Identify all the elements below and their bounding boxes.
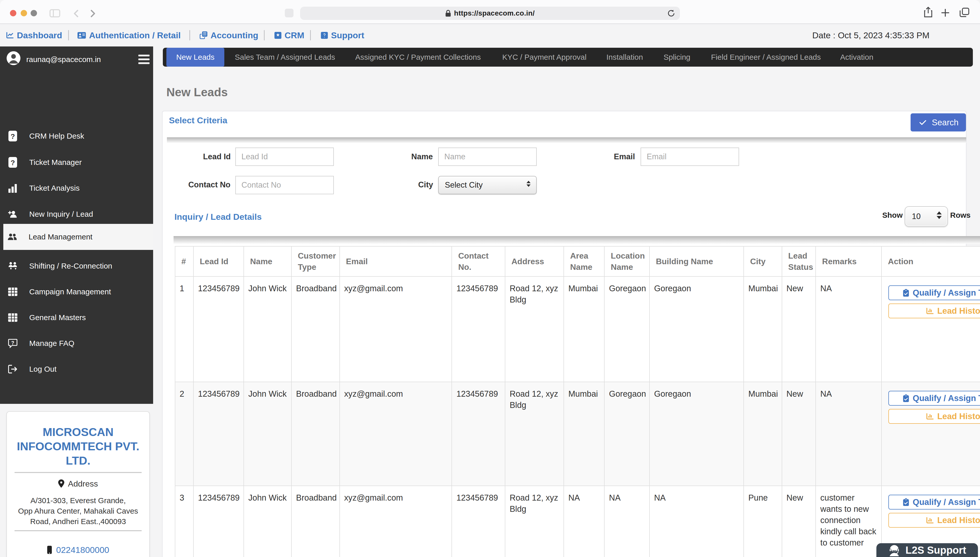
svg-text:?: ? [11, 340, 14, 345]
svg-text:?: ? [10, 159, 15, 167]
svg-text:?: ? [10, 132, 15, 140]
